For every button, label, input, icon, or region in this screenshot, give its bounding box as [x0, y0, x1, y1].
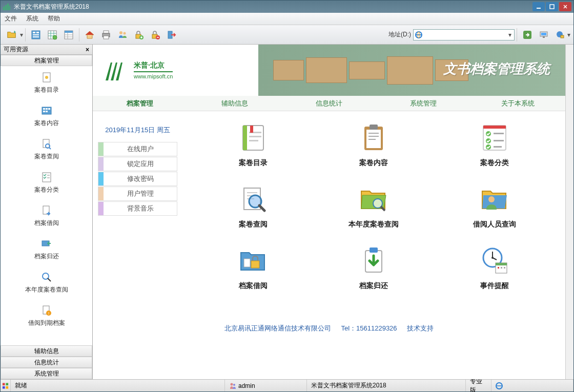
- sidebar-item-return[interactable]: 档案归还: [1, 233, 92, 266]
- grid-reminder[interactable]: 事件提醒: [456, 244, 533, 291]
- search-doc-icon: [40, 138, 53, 150]
- icon-grid: 案卷目录 案卷内容 案卷分类: [182, 116, 565, 311]
- address-dropdown[interactable]: ▾: [506, 31, 514, 38]
- navtab-aux[interactable]: 辅助信息: [187, 96, 281, 111]
- grid-search[interactable]: 案卷查阅: [215, 183, 292, 229]
- svg-rect-65: [249, 140, 258, 141]
- btn-user-mgmt[interactable]: 用户管理: [98, 187, 177, 201]
- doc-in-icon: [40, 238, 53, 250]
- grid-button[interactable]: [45, 28, 59, 42]
- svg-point-16: [53, 35, 57, 39]
- window-title: 米普文书档案管理系统2018: [14, 3, 532, 11]
- list-check-icon: [40, 171, 53, 183]
- svg-rect-106: [6, 386, 8, 388]
- svg-point-25: [119, 31, 122, 34]
- grid-borrow[interactable]: 档案借阅: [215, 244, 292, 291]
- security-button[interactable]: [553, 28, 567, 42]
- sidebar-header-archive[interactable]: 档案管理: [1, 55, 92, 66]
- svg-rect-2: [7, 4, 9, 10]
- open-button[interactable]: [5, 28, 19, 42]
- btn-lock-app[interactable]: 锁定应用: [98, 157, 177, 171]
- folder-search-icon: [357, 183, 390, 216]
- security-dropdown[interactable]: ▾: [567, 31, 570, 38]
- minimize-button[interactable]: [532, 2, 545, 11]
- svg-point-108: [233, 384, 235, 386]
- address-input[interactable]: [424, 30, 506, 40]
- sidebar-item-search[interactable]: 案卷查阅: [1, 133, 92, 166]
- banner-brand: 米普·北京: [134, 61, 173, 72]
- form-button[interactable]: [29, 28, 43, 42]
- sidebar-item-borrow[interactable]: 档案借阅: [1, 199, 92, 233]
- lock-remove-button[interactable]: [148, 28, 162, 42]
- maximize-button[interactable]: [546, 2, 558, 11]
- svg-point-41: [45, 76, 48, 79]
- sidebar-item-label: 借阅到期档案: [28, 319, 65, 327]
- grid-year-search[interactable]: 本年度案卷查阅: [335, 183, 412, 229]
- home-button[interactable]: [83, 28, 97, 42]
- footer-support[interactable]: 技术支持: [407, 324, 434, 332]
- address-combo[interactable]: ▾: [413, 29, 515, 40]
- svg-rect-46: [43, 111, 45, 112]
- svg-rect-71: [368, 136, 379, 137]
- grid-content[interactable]: 案卷内容: [335, 121, 412, 168]
- sidebar-header-sys[interactable]: 系统管理: [1, 368, 92, 379]
- banner-title: 文书档案管理系统: [443, 60, 550, 78]
- sidebar-item-catalog[interactable]: 案卷目录: [1, 66, 92, 99]
- svg-rect-79: [494, 140, 504, 141]
- sidebar-header-aux[interactable]: 辅助信息: [1, 345, 92, 357]
- navtab-about[interactable]: 关于本系统: [471, 96, 565, 111]
- svg-rect-7: [33, 32, 35, 33]
- svg-rect-80: [494, 146, 502, 148]
- banner: 米普·北京 www.mipsoft.cn 文书档案管理系统: [93, 45, 565, 96]
- clipboard-icon: [357, 121, 390, 154]
- sidebar-close-button[interactable]: ×: [86, 46, 89, 53]
- table-button[interactable]: [61, 28, 76, 42]
- btn-change-pwd[interactable]: 修改密码: [98, 172, 177, 186]
- grid-label: 案卷查阅: [239, 220, 268, 229]
- sidebar-item-content[interactable]: 案卷内容: [1, 99, 92, 133]
- svg-rect-103: [3, 383, 5, 385]
- navtab-sys[interactable]: 系统管理: [376, 96, 470, 111]
- svg-text:!: !: [48, 312, 49, 315]
- svg-rect-93: [370, 247, 378, 253]
- users-button[interactable]: [115, 28, 130, 42]
- svg-rect-36: [541, 33, 546, 35]
- svg-rect-78: [494, 133, 504, 134]
- folder-user-icon: [478, 183, 511, 216]
- btn-online-users[interactable]: 在线用户: [98, 142, 177, 156]
- navtab-stats[interactable]: 信息统计: [282, 96, 376, 111]
- vertical-scrollbar[interactable]: [565, 45, 573, 379]
- address-label: 地址(D:): [386, 30, 413, 39]
- grid-return[interactable]: 档案归还: [335, 244, 412, 291]
- grid-label: 本年度案卷查阅: [348, 220, 399, 229]
- banner-url: www.mipsoft.cn: [134, 73, 173, 79]
- sidebar-item-overdue[interactable]: ! 借阅到期档案: [1, 299, 92, 333]
- svg-rect-72: [368, 139, 376, 140]
- close-button[interactable]: [559, 2, 571, 11]
- open-dropdown[interactable]: ▾: [20, 31, 23, 38]
- svg-rect-24: [104, 36, 109, 39]
- app-icon: [3, 3, 11, 11]
- svg-rect-10: [33, 36, 39, 37]
- menu-system[interactable]: 系统: [26, 14, 38, 23]
- grid-catalog[interactable]: 案卷目录: [215, 121, 292, 168]
- footer-company[interactable]: 北京易讯正通网络通信技术有限公司: [224, 324, 331, 332]
- btn-bg-music[interactable]: 背景音乐: [98, 201, 177, 216]
- menu-help[interactable]: 帮助: [48, 14, 60, 23]
- print-button[interactable]: [99, 28, 113, 42]
- menu-file[interactable]: 文件: [5, 14, 17, 23]
- sidebar-header-stats[interactable]: 信息统计: [1, 357, 92, 368]
- grid-category[interactable]: 案卷分类: [456, 121, 533, 168]
- sidebar-item-year-search[interactable]: 本年度案卷查阅: [1, 266, 92, 299]
- exit-button[interactable]: [165, 28, 179, 42]
- sidebar-item-category[interactable]: 案卷分类: [1, 166, 92, 199]
- monitor-button[interactable]: [537, 28, 551, 42]
- go-button[interactable]: [520, 28, 535, 42]
- navtab-archive[interactable]: 档案管理: [93, 96, 187, 111]
- grid-borrower-query[interactable]: 借阅人员查询: [456, 183, 533, 229]
- lock-add-button[interactable]: [132, 28, 146, 42]
- btn-label: 修改密码: [104, 174, 177, 183]
- svg-rect-69: [370, 125, 378, 130]
- date-display: 2019年11月15日 周五: [98, 121, 177, 142]
- svg-rect-70: [368, 133, 379, 134]
